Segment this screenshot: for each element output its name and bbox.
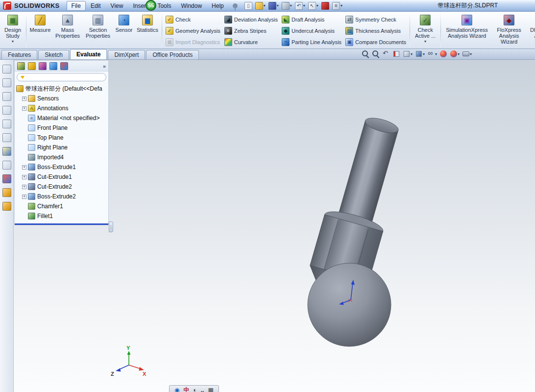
compare-documents-button[interactable]: ▣Compare Documents <box>345 38 406 46</box>
dropdown-arrow-icon[interactable]: ▾ <box>277 3 279 8</box>
tree-item-imported4[interactable]: Imported4 <box>16 152 108 162</box>
dropdown-arrow-icon[interactable]: ▾ <box>423 52 425 56</box>
print-button[interactable]: ▾ <box>281 1 293 10</box>
display-style-button[interactable]: ▾ <box>414 50 425 58</box>
tab-office-products[interactable]: Office Products <box>146 50 199 59</box>
select-arrow-button[interactable]: ↖▾ <box>307 1 319 10</box>
undercut-analysis-button[interactable]: ◆Undercut Analysis <box>282 27 341 35</box>
view-orientation-button[interactable]: ▾ <box>402 50 413 58</box>
open-folder-button[interactable]: ▾ <box>254 1 267 10</box>
rebuild-button[interactable] <box>320 1 330 10</box>
apply-scene-button[interactable]: ▾ <box>449 50 460 58</box>
dropdown-arrow-icon[interactable]: ▾ <box>470 52 472 56</box>
ball-sphere[interactable] <box>308 263 391 346</box>
punctuation-button[interactable]: ,. <box>201 387 204 392</box>
dropdown-arrow-icon[interactable]: ▾ <box>458 52 460 56</box>
tree-item-top-plane[interactable]: Top Plane <box>16 133 108 143</box>
zoom-to-fit-button[interactable] <box>361 50 370 58</box>
part-box-button[interactable] <box>2 78 11 87</box>
menu-file[interactable]: File <box>67 1 86 11</box>
soft-keyboard-button[interactable]: ▦ <box>208 387 213 392</box>
rollback-bar[interactable] <box>15 223 108 225</box>
tree-item-sensors[interactable]: +Sensors <box>16 94 108 103</box>
section-view-button[interactable] <box>392 50 401 58</box>
tree-item-cut-extrude1[interactable]: +Cut-Extrude1 <box>16 172 108 182</box>
propertymanager-tab-button[interactable] <box>27 62 37 71</box>
zebra-stripes-button[interactable]: ≡Zebra Stripes <box>224 27 278 35</box>
measure-button[interactable]: ╱Measure <box>28 13 52 49</box>
parting-line-analysis-button[interactable]: ~Parting Line Analysis <box>282 38 341 46</box>
tab-sketch[interactable]: Sketch <box>38 50 69 59</box>
tree-item-front-plane[interactable]: Front Plane <box>16 123 108 133</box>
dimension-tool-button[interactable] <box>2 161 11 170</box>
dropdown-arrow-icon[interactable]: ▾ <box>316 3 318 8</box>
thickness-analysis-button[interactable]: ▤Thickness Analysis <box>345 27 406 35</box>
menu-edit[interactable]: Edit <box>86 1 106 11</box>
options-button[interactable]: ≡▾ <box>331 1 343 10</box>
dropdown-arrow-icon[interactable]: ▾ <box>12 39 14 45</box>
document-stack-button[interactable] <box>2 65 11 74</box>
decal-tool-button[interactable] <box>2 188 11 197</box>
check-active-button[interactable]: ✓Check Active ...▾ <box>412 13 439 49</box>
dropdown-arrow-icon[interactable]: ▾ <box>303 3 305 8</box>
expand-icon[interactable]: + <box>22 195 26 199</box>
sensor-button[interactable]: ◔Sensor <box>113 13 135 49</box>
menu-help[interactable]: Help <box>207 1 229 11</box>
scene-tool-button[interactable] <box>2 202 11 211</box>
chinese-english-toggle-button[interactable]: 中 <box>183 387 189 392</box>
displaymanager-tab-button[interactable] <box>59 62 69 71</box>
cube-tool-button[interactable] <box>2 120 11 128</box>
fullwidth-halfwidth-button[interactable]: ◐ <box>193 387 196 392</box>
filter-input[interactable] <box>27 74 102 80</box>
expand-icon[interactable]: + <box>22 185 26 189</box>
outline-tool-button[interactable] <box>2 133 11 142</box>
dropdown-arrow-icon[interactable]: ▾ <box>435 52 437 56</box>
menu-view[interactable]: View <box>106 1 128 11</box>
geometry-analysis-button[interactable]: ✓Geometry Analysis <box>166 27 220 35</box>
book-button[interactable] <box>2 92 11 101</box>
overflow-chevron-icon[interactable]: » <box>102 63 107 69</box>
dropdown-arrow-icon[interactable]: ▾ <box>411 52 413 56</box>
tree-item-fillet1[interactable]: Fillet1 <box>16 211 108 221</box>
appearance-ball-button[interactable] <box>2 174 11 183</box>
view-settings-button[interactable]: ▾ <box>462 50 472 58</box>
expand-icon[interactable]: + <box>22 165 26 170</box>
deviation-analysis-button[interactable]: ◢Deviation Analysis <box>224 16 278 24</box>
clipboard-button[interactable] <box>2 106 11 115</box>
zoom-to-area-button[interactable] <box>371 50 380 58</box>
tree-item-annotations[interactable]: +AAnnotations <box>16 103 108 113</box>
symmetry-check-button[interactable]: ⇄Symmetry Check <box>345 16 406 24</box>
tree-item-cut-extrude2[interactable]: +Cut-Extrude2 <box>16 182 108 192</box>
dfmxpress-analysis-wizard-button[interactable]: ▣DFMXpress Analysis Wizard <box>527 13 535 49</box>
statistics-button[interactable]: ▆Statistics <box>135 13 160 49</box>
dropdown-arrow-icon[interactable]: ▾ <box>340 3 342 8</box>
tree-item-material-not-specified[interactable]: ≡Material <not specified> <box>16 113 108 123</box>
new-document-button[interactable]: ▯ <box>243 1 253 10</box>
save-button[interactable]: ▾ <box>268 1 280 10</box>
tab-dimxpert[interactable]: DimXpert <box>108 50 145 59</box>
section-properties-button[interactable]: ▥Section Properties <box>83 13 113 49</box>
dropdown-arrow-icon[interactable]: ▾ <box>264 3 266 8</box>
tree-item-right-plane[interactable]: Right Plane <box>16 143 108 152</box>
hide-show-items-button[interactable]: ▾ <box>427 50 438 58</box>
tree-item-root-part[interactable]: 带球连杆部分 (Default<<Defa <box>16 84 108 94</box>
tab-features[interactable]: Features <box>1 50 37 59</box>
tree-item-boss-extrude1[interactable]: +Boss-Extrude1 <box>16 162 108 172</box>
curvature-button[interactable]: Curvature <box>224 38 278 46</box>
floxpress-analysis-wizard-button[interactable]: ◆FloXpress Analysis Wizard <box>491 13 527 49</box>
part-model[interactable] <box>306 111 413 346</box>
dimxpertmanager-tab-button[interactable] <box>49 62 58 71</box>
menu-window[interactable]: Window <box>176 1 207 11</box>
featuremanager-tab-button[interactable] <box>16 62 26 71</box>
tree-item-chamfer1[interactable]: Chamfer1 <box>16 201 108 211</box>
expand-icon[interactable]: + <box>22 97 26 101</box>
sketch-pencil-button[interactable] <box>2 147 11 156</box>
design-study-button[interactable]: ▦Design Study▾ <box>1 13 24 49</box>
dropdown-arrow-icon[interactable]: ▾ <box>290 3 292 8</box>
pin-icon[interactable] <box>233 3 238 8</box>
tree-item-boss-extrude2[interactable]: +Boss-Extrude2 <box>16 192 108 201</box>
mass-properties-button[interactable]: ▲Mass Properties <box>52 13 83 49</box>
edit-appearance-button[interactable] <box>439 50 448 58</box>
check-button[interactable]: ✓Check <box>166 16 220 24</box>
input-method-logo-button[interactable]: ◉ <box>174 387 179 392</box>
